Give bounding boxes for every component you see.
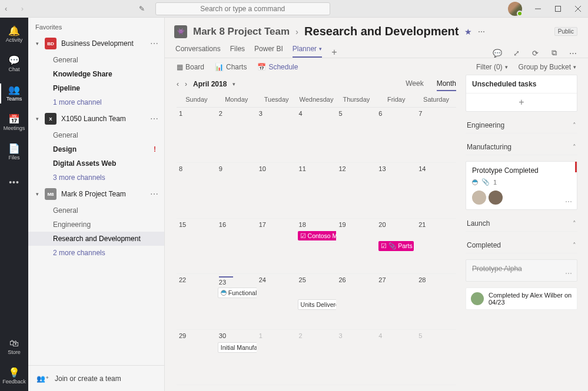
popout-icon[interactable]: ⧉ — [549, 48, 559, 58]
compose-icon[interactable]: ✎ — [139, 5, 145, 13]
ellipsis-icon[interactable]: ⋯ — [565, 198, 572, 206]
ellipsis-icon[interactable]: ⋯ — [568, 49, 577, 58]
calendar-cell[interactable]: 9 — [217, 163, 257, 218]
channel-item[interactable]: Pipeline — [28, 81, 164, 95]
calendar-cell[interactable]: 1 — [177, 108, 217, 163]
view-board[interactable]: ▦Board — [177, 63, 204, 71]
calendar-cell[interactable]: 7 — [416, 108, 456, 163]
calendar-cell[interactable]: 16 — [217, 219, 257, 274]
task-card[interactable]: Prototype Completed 📎 1 ⋯ — [466, 161, 577, 210]
groupby-button[interactable]: Group by Bucket▾ — [519, 63, 576, 71]
search-input[interactable] — [155, 2, 330, 15]
calendar-cell[interactable]: 11 — [297, 163, 337, 218]
calendar-cell[interactable]: 30Initial Manufacturing Complete — [217, 330, 257, 385]
calendar-cell[interactable]: 28 — [416, 274, 456, 329]
bucket-engineering[interactable]: Engineering˄ — [466, 118, 577, 133]
rail-activity[interactable]: 🔔Activity — [0, 20, 28, 49]
rail-meetings[interactable]: 📅Meetings — [0, 108, 28, 138]
channel-item[interactable]: General — [28, 128, 164, 142]
bucket-completed[interactable]: Completed˄ — [466, 238, 577, 253]
calendar-cell[interactable]: 2 — [297, 330, 337, 385]
bucket-launch[interactable]: Launch˄ — [466, 216, 577, 232]
team-row[interactable]: ▾ M8 Mark 8 Project Team ⋯ — [28, 185, 164, 203]
join-create-team[interactable]: 👥⁺ Join or create a team — [28, 365, 164, 391]
channel-item[interactable]: Digital Assets Web — [28, 156, 164, 171]
view-schedule[interactable]: 📅Schedule — [257, 63, 298, 71]
refresh-icon[interactable]: ⟳ — [530, 49, 540, 58]
bucket-manufacturing[interactable]: Manufacturing˄ — [466, 139, 577, 155]
window-close-icon[interactable] — [568, 0, 588, 18]
view-week[interactable]: Week — [406, 77, 423, 91]
nav-back-icon[interactable]: ‹ — [5, 4, 7, 13]
calendar-cell[interactable]: 23Functional Spec Written — [217, 274, 257, 329]
next-month-icon[interactable]: › — [185, 80, 187, 88]
ellipsis-icon[interactable]: ⋯ — [150, 189, 158, 199]
calendar-cell[interactable]: 13 — [376, 163, 416, 218]
expand-icon[interactable]: ⤢ — [511, 49, 521, 58]
team-row[interactable]: ▾ BD Business Development ⋯ — [28, 34, 164, 53]
calendar-cell[interactable]: 15 — [177, 219, 217, 274]
nav-fwd-icon[interactable]: › — [21, 4, 24, 13]
calendar-cell[interactable]: 4 — [297, 108, 337, 163]
prev-month-icon[interactable]: ‹ — [177, 80, 179, 88]
calendar-cell[interactable]: 18☑ Contoso Mark 8 Launch — [297, 219, 337, 274]
tab-conversations[interactable]: Conversations — [175, 41, 221, 58]
add-task-icon[interactable]: + — [466, 93, 577, 111]
event-initial[interactable]: Initial Manufacturing Complete — [218, 342, 257, 353]
calendar-cell[interactable]: 1 — [257, 330, 297, 385]
calendar-cell[interactable]: 3 — [257, 108, 297, 163]
calendar-cell[interactable]: 20☑ 📎 Parts S… — [376, 219, 416, 274]
rail-teams[interactable]: 👥Teams — [0, 79, 28, 108]
ellipsis-icon[interactable]: ⋯ — [150, 114, 158, 123]
calendar-cell[interactable]: 24 — [257, 274, 297, 329]
chevron-down-icon[interactable]: ▾ — [232, 81, 235, 87]
channel-more-link[interactable]: 1 more channel — [28, 95, 164, 109]
tab-planner[interactable]: Planner▾ — [293, 41, 322, 58]
task-card-completed[interactable]: Prototype Alpha ⋯ — [466, 259, 577, 282]
view-month[interactable]: Month — [437, 77, 456, 91]
calendar-cell[interactable]: 22 — [177, 274, 217, 329]
filter-button[interactable]: Filter (0)▾ — [476, 63, 508, 71]
rail-files[interactable]: 📄Files — [0, 138, 28, 167]
team-row[interactable]: ▾ X X1050 Launch Team ⋯ — [28, 109, 164, 128]
channel-item[interactable]: Engineering — [28, 218, 164, 232]
calendar-cell[interactable]: 14 — [416, 163, 456, 218]
calendar-cell[interactable]: 3 — [336, 330, 376, 385]
channel-more-link[interactable]: 2 more channels — [28, 246, 164, 260]
calendar-cell[interactable]: 29 — [177, 330, 217, 385]
reply-icon[interactable]: 💬 — [493, 49, 502, 58]
breadcrumb-team[interactable]: Mark 8 Project Team — [193, 26, 290, 38]
calendar-cell[interactable]: 10 — [257, 163, 297, 218]
rail-chat[interactable]: 💬Chat — [0, 49, 28, 79]
channel-more-link[interactable]: 3 more channels — [28, 171, 164, 185]
channel-item-selected[interactable]: Research and Development — [28, 232, 164, 246]
ellipsis-icon[interactable]: ⋯ — [478, 28, 485, 36]
calendar-cell[interactable]: 25Units Delivered to Retailers — [297, 274, 337, 329]
star-icon[interactable]: ★ — [464, 27, 472, 36]
channel-item[interactable]: Design! — [28, 142, 164, 156]
event-spec[interactable]: Functional Spec Written — [218, 288, 257, 298]
calendar-cell[interactable]: 2 — [217, 108, 257, 163]
calendar-cell[interactable]: 4 — [376, 330, 416, 385]
calendar-cell[interactable]: 21 — [416, 219, 456, 274]
ellipsis-icon[interactable]: ⋯ — [150, 39, 158, 48]
calendar-cell[interactable]: 19 — [336, 219, 376, 274]
window-minimize-icon[interactable] — [528, 0, 548, 18]
rail-more[interactable]: ••• — [0, 167, 28, 196]
rail-store[interactable]: 🛍Store — [0, 332, 28, 362]
add-tab-icon[interactable]: + — [331, 47, 337, 58]
calendar-cell[interactable]: 6 — [376, 108, 416, 163]
ellipsis-icon[interactable]: ⋯ — [565, 269, 572, 278]
channel-item[interactable]: General — [28, 53, 164, 67]
event-launch[interactable]: ☑ Contoso Mark 8 Launch — [298, 231, 337, 240]
me-avatar[interactable] — [508, 2, 522, 16]
calendar-cell[interactable]: 8 — [177, 163, 217, 218]
calendar-cell[interactable]: 12 — [336, 163, 376, 218]
event-units[interactable]: Units Delivered to Retailers — [298, 299, 337, 310]
channel-item[interactable]: General — [28, 203, 164, 218]
tab-files[interactable]: Files — [230, 41, 245, 58]
calendar-cell[interactable]: 5 — [416, 330, 456, 385]
tab-powerbi[interactable]: Power BI — [254, 41, 283, 58]
view-charts[interactable]: 📊Charts — [215, 63, 247, 71]
calendar-cell[interactable]: 27 — [376, 274, 416, 329]
